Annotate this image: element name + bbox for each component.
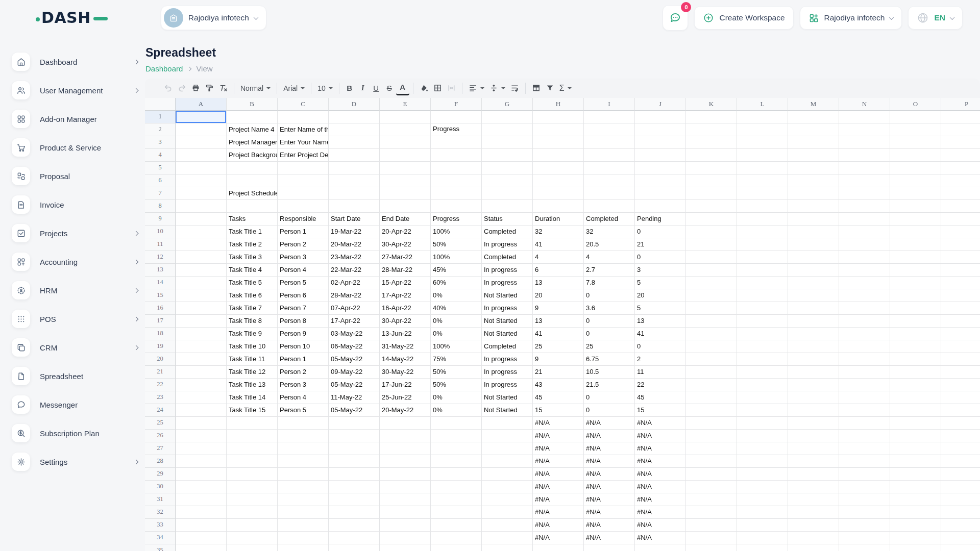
cell-K14[interactable]: [686, 277, 737, 289]
cell-M2[interactable]: [788, 123, 839, 136]
cell-M7[interactable]: [788, 187, 839, 200]
cell-G12[interactable]: Completed: [482, 251, 533, 264]
cell-K31[interactable]: [686, 493, 737, 506]
horizontal-align-dropdown[interactable]: [466, 81, 487, 95]
cell-E24[interactable]: 20-May-22: [380, 404, 431, 417]
cell-O9[interactable]: [890, 213, 941, 226]
cell-F10[interactable]: 100%: [431, 226, 482, 238]
row-header-7[interactable]: 7: [145, 187, 176, 200]
cell-I19[interactable]: 25: [584, 340, 635, 353]
cell-O30[interactable]: [890, 481, 941, 493]
cell-F8[interactable]: [431, 200, 482, 213]
cell-J3[interactable]: [635, 136, 686, 149]
column-header-I[interactable]: I: [584, 98, 635, 111]
cell-L21[interactable]: [737, 366, 788, 379]
bold-button[interactable]: B: [343, 81, 356, 95]
row-header-30[interactable]: 30: [145, 481, 176, 493]
cell-O4[interactable]: [890, 149, 941, 162]
cell-I1[interactable]: [584, 111, 635, 123]
sidebar-item-spreadsheet[interactable]: Spreadsheet: [12, 367, 139, 385]
cell-E15[interactable]: 17-Apr-22: [380, 289, 431, 302]
cell-K11[interactable]: [686, 238, 737, 251]
cell-C27[interactable]: [278, 442, 329, 455]
cell-N15[interactable]: [839, 289, 890, 302]
cell-P3[interactable]: [941, 136, 980, 149]
cell-F20[interactable]: 75%: [431, 353, 482, 366]
column-header-P[interactable]: P: [941, 98, 980, 111]
row-header-15[interactable]: 15: [145, 289, 176, 302]
row-header-32[interactable]: 32: [145, 506, 176, 519]
cell-F26[interactable]: [431, 430, 482, 442]
cell-G19[interactable]: Completed: [482, 340, 533, 353]
cell-P22[interactable]: [941, 379, 980, 391]
row-header-31[interactable]: 31: [145, 493, 176, 506]
sidebar-item-user-management[interactable]: User Management: [12, 81, 139, 99]
cell-D4[interactable]: [329, 149, 380, 162]
paragraph-style-dropdown[interactable]: Normal: [238, 81, 273, 95]
cell-N27[interactable]: [839, 442, 890, 455]
cell-A13[interactable]: [176, 264, 227, 277]
cell-H33[interactable]: #N/A: [533, 519, 584, 532]
cell-M10[interactable]: [788, 226, 839, 238]
cell-F14[interactable]: 60%: [431, 277, 482, 289]
cell-C19[interactable]: Person 10: [278, 340, 329, 353]
cell-L11[interactable]: [737, 238, 788, 251]
cell-N14[interactable]: [839, 277, 890, 289]
cell-B5[interactable]: [227, 162, 278, 174]
cell-L35[interactable]: [737, 544, 788, 551]
redo-button[interactable]: [175, 81, 189, 95]
sidebar-item-pos[interactable]: POS: [12, 310, 139, 328]
cell-H28[interactable]: #N/A: [533, 455, 584, 468]
cell-N28[interactable]: [839, 455, 890, 468]
cell-P34[interactable]: [941, 532, 980, 544]
cell-M18[interactable]: [788, 328, 839, 340]
cell-A20[interactable]: [176, 353, 227, 366]
cell-N4[interactable]: [839, 149, 890, 162]
cell-G35[interactable]: [482, 544, 533, 551]
cell-H21[interactable]: 21: [533, 366, 584, 379]
cell-B13[interactable]: Task Title 4: [227, 264, 278, 277]
cell-E31[interactable]: [380, 493, 431, 506]
cell-D19[interactable]: 06-May-22: [329, 340, 380, 353]
cell-G15[interactable]: Not Started: [482, 289, 533, 302]
cell-N29[interactable]: [839, 468, 890, 481]
cell-H4[interactable]: [533, 149, 584, 162]
cell-N12[interactable]: [839, 251, 890, 264]
cell-M1[interactable]: [788, 111, 839, 123]
cell-N1[interactable]: [839, 111, 890, 123]
cell-H24[interactable]: 15: [533, 404, 584, 417]
cell-B29[interactable]: [227, 468, 278, 481]
cell-L26[interactable]: [737, 430, 788, 442]
cell-P1[interactable]: [941, 111, 980, 123]
cell-C12[interactable]: Person 3: [278, 251, 329, 264]
cell-N19[interactable]: [839, 340, 890, 353]
cell-I2[interactable]: [584, 123, 635, 136]
cell-M21[interactable]: [788, 366, 839, 379]
cell-E8[interactable]: [380, 200, 431, 213]
cell-J15[interactable]: 20: [635, 289, 686, 302]
fill-color-button[interactable]: [417, 81, 431, 95]
cell-M24[interactable]: [788, 404, 839, 417]
cell-H20[interactable]: 9: [533, 353, 584, 366]
cell-L14[interactable]: [737, 277, 788, 289]
cell-J23[interactable]: 45: [635, 391, 686, 404]
cell-I25[interactable]: #N/A: [584, 417, 635, 430]
cell-L28[interactable]: [737, 455, 788, 468]
cell-O6[interactable]: [890, 174, 941, 187]
cell-M3[interactable]: [788, 136, 839, 149]
cell-E4[interactable]: [380, 149, 431, 162]
cell-N22[interactable]: [839, 379, 890, 391]
cell-F18[interactable]: 0%: [431, 328, 482, 340]
cell-C2[interactable]: Enter Name of the Project: [278, 123, 329, 136]
cell-M13[interactable]: [788, 264, 839, 277]
cell-L6[interactable]: [737, 174, 788, 187]
cell-J30[interactable]: #N/A: [635, 481, 686, 493]
cell-H23[interactable]: 45: [533, 391, 584, 404]
cell-H9[interactable]: Duration: [533, 213, 584, 226]
cell-I8[interactable]: [584, 200, 635, 213]
font-size-dropdown[interactable]: 10: [315, 81, 335, 95]
vertical-align-dropdown[interactable]: [487, 81, 508, 95]
cell-K27[interactable]: [686, 442, 737, 455]
cell-C30[interactable]: [278, 481, 329, 493]
cell-C33[interactable]: [278, 519, 329, 532]
